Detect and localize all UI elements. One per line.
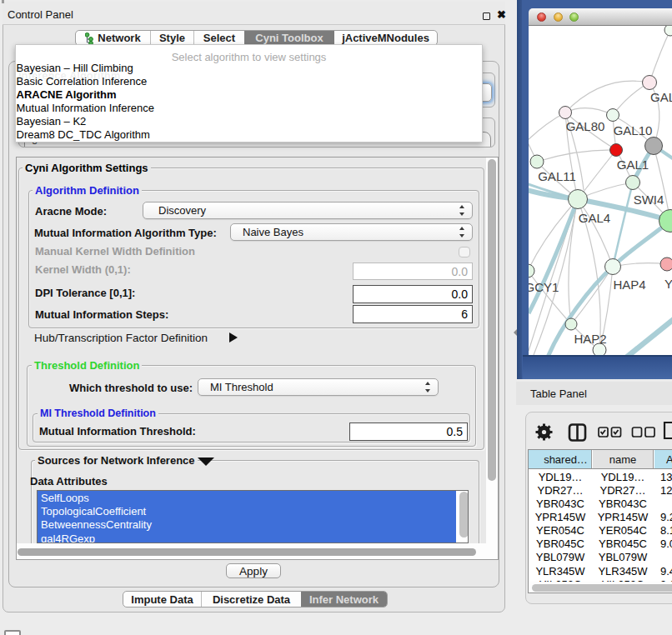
svg-text:YM: YM <box>664 277 672 291</box>
svg-text:GAL1: GAL1 <box>617 158 649 172</box>
svg-text:GAL7: GAL7 <box>650 90 672 104</box>
svg-text:GAL10: GAL10 <box>614 123 653 138</box>
svg-text:SWI4: SWI4 <box>634 192 664 207</box>
svg-text:GAL80: GAL80 <box>566 119 605 133</box>
svg-text:HAP4: HAP4 <box>613 278 645 292</box>
svg-text:GAL4: GAL4 <box>579 211 610 225</box>
svg-text:GAL11: GAL11 <box>538 169 576 183</box>
svg-text:GCY1: GCY1 <box>529 280 559 294</box>
svg-text:HAP2: HAP2 <box>574 332 606 346</box>
